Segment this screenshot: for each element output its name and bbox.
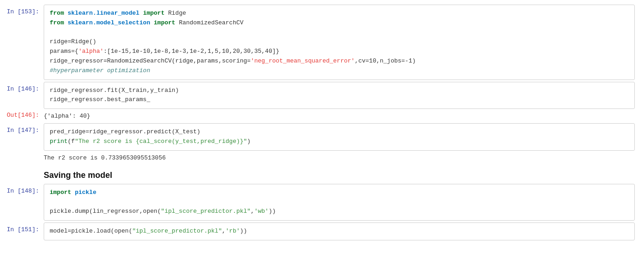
code-line: model=pickle.load(open("ipl_score_predic… — [50, 227, 629, 236]
code-line: #hyperparameter optimization — [50, 66, 629, 76]
output-label-146: Out[146]: — [0, 111, 44, 119]
code-line — [50, 198, 629, 207]
cell-content-153[interactable]: from sklearn.linear_model import Ridge f… — [44, 5, 635, 80]
cell-content-147[interactable]: pred_ridge=ridge_regressor.predict(X_tes… — [44, 123, 635, 151]
plain-output-147: The r2 score is 0.7339653095513056 — [0, 153, 644, 163]
output-row-146: Out[146]: {'alpha': 40} — [0, 111, 644, 121]
code-line: from sklearn.model_selection import Rand… — [50, 18, 629, 28]
cell-label-148: In [148]: — [0, 184, 44, 194]
cell-row-153: In [153]: from sklearn.linear_model impo… — [0, 5, 644, 80]
code-line: print(f"The r2 score is {cal_score(y_tes… — [50, 137, 629, 147]
code-line: ridge=Ridge() — [50, 37, 629, 47]
section-heading-text: Saving the model — [44, 171, 112, 180]
code-line: ridge_regressor.fit(X_train,y_train) — [50, 86, 629, 96]
cell-row-146: In [146]: ridge_regressor.fit(X_train,y_… — [0, 82, 644, 109]
code-line: ridge_regressor.best_params_ — [50, 95, 629, 105]
cell-label-147: In [147]: — [0, 123, 44, 134]
code-line: params={'alpha':[1e-15,1e-10,1e-8,1e-3,1… — [50, 47, 629, 57]
code-line: pred_ridge=ridge_regressor.predict(X_tes… — [50, 127, 629, 137]
cell-row-147: In [147]: pred_ridge=ridge_regressor.pre… — [0, 123, 644, 151]
plain-output-text-147: The r2 score is 0.7339653095513056 — [44, 153, 635, 163]
code-line: from sklearn.linear_model import Ridge — [50, 9, 629, 18]
output-content-146: {'alpha': 40} — [44, 111, 635, 121]
section-heading-saving: Saving the model — [0, 171, 644, 180]
cell-label-151: In [151]: — [0, 222, 44, 233]
cell-row-151: In [151]: model=pickle.load(open("ipl_sc… — [0, 222, 644, 240]
code-line: ridge_regressor=RandomizedSearchCV(ridge… — [50, 57, 629, 66]
notebook: In [153]: from sklearn.linear_model impo… — [0, 0, 644, 262]
code-line — [50, 28, 629, 38]
cell-label-146: In [146]: — [0, 82, 44, 92]
cell-content-146[interactable]: ridge_regressor.fit(X_train,y_train) rid… — [44, 82, 635, 109]
code-line: import pickle — [50, 188, 629, 198]
code-line: pickle.dump(lin_regressor,open("ipl_scor… — [50, 207, 629, 216]
cell-row-148: In [148]: import pickle pickle.dump(lin_… — [0, 184, 644, 221]
cell-content-151[interactable]: model=pickle.load(open("ipl_score_predic… — [44, 222, 635, 240]
cell-content-148[interactable]: import pickle pickle.dump(lin_regressor,… — [44, 184, 635, 221]
cell-label-153: In [153]: — [0, 5, 44, 15]
